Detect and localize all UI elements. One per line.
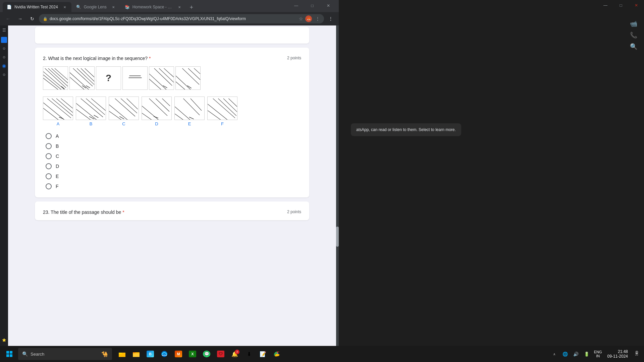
- tab-close-lens[interactable]: ✕: [111, 4, 116, 10]
- refresh-button[interactable]: ↻: [27, 13, 38, 24]
- maximize-button[interactable]: □: [305, 1, 320, 11]
- nav-bar: ← → ↻ 🔒 docs.google.com/forms/d/e/1FAIpQ…: [0, 12, 339, 25]
- right-maximize[interactable]: □: [613, 0, 629, 11]
- tray-icon-volume[interactable]: 🔊: [571, 347, 581, 361]
- radio-option-E[interactable]: E: [46, 173, 301, 179]
- radio-option-A[interactable]: A: [46, 133, 301, 139]
- radio-circle-D: [46, 163, 52, 169]
- taskbar-whatsapp[interactable]: 💬: [200, 347, 213, 361]
- tab-studyx[interactable]: 📚 Homework Space - StudyX ✕: [121, 2, 186, 12]
- right-video-icon[interactable]: 📹: [630, 20, 637, 27]
- address-bar[interactable]: 🔒 docs.google.com/forms/d/e/1FAIpQLSc-zF…: [39, 14, 324, 23]
- bookmark-icon[interactable]: ☆: [299, 16, 303, 21]
- sidebar-icon-bottom1[interactable]: ⭐: [1, 337, 7, 343]
- scrollbar-thumb[interactable]: [336, 227, 339, 247]
- browser-window: 📄 Nvidia Written Test 2024 ✕ 🔍 Google Le…: [0, 0, 339, 362]
- svg-line-38: [86, 99, 105, 115]
- svg-line-3: [55, 68, 68, 80]
- svg-line-33: [61, 99, 73, 108]
- taskbar-chrome[interactable]: [270, 347, 284, 361]
- svg-line-58: [175, 107, 192, 120]
- taskbar-notification[interactable]: 🔔 3: [228, 347, 241, 361]
- right-close[interactable]: ✕: [629, 0, 644, 11]
- taskbar-bing[interactable]: B: [144, 347, 157, 361]
- next-question-body: The title of the passage should be: [51, 209, 121, 215]
- taskbar-edge[interactable]: [158, 347, 171, 361]
- svg-line-52: [162, 99, 170, 106]
- start-button[interactable]: [3, 347, 16, 361]
- svg-line-7: [61, 86, 65, 89]
- right-minimize[interactable]: —: [598, 0, 613, 11]
- answer-svg-D: [142, 97, 171, 120]
- points-badge: 2 points: [287, 56, 301, 60]
- right-phone-icon[interactable]: 📞: [630, 32, 637, 39]
- taskbar-office[interactable]: M: [172, 347, 185, 361]
- mcafee-icon: 🛡: [217, 351, 224, 357]
- answer-label-A: A: [57, 121, 60, 126]
- forward-button[interactable]: →: [15, 13, 25, 24]
- svg-line-47: [109, 105, 129, 120]
- taskbar-app-green[interactable]: X: [186, 347, 199, 361]
- svg-line-57: [191, 99, 202, 111]
- svg-line-66: [208, 111, 223, 120]
- taskbar-clock[interactable]: 21:48 09-11-2024: [605, 349, 631, 359]
- radio-option-F[interactable]: F: [46, 183, 301, 189]
- close-button[interactable]: ✕: [321, 1, 336, 11]
- radio-label-A: A: [56, 133, 59, 139]
- notification-text: atsApp, can read or listen to them. Sele…: [356, 127, 456, 132]
- sidebar-icon-2[interactable]: [1, 37, 7, 43]
- taskbar-download[interactable]: ⬇: [242, 347, 256, 361]
- tab-close-nvidia[interactable]: ✕: [62, 4, 67, 10]
- radio-group: A B C D: [43, 133, 301, 189]
- taskbar-file-explorer[interactable]: [115, 347, 129, 361]
- notification-badge-container: 🔔 3: [231, 351, 238, 357]
- svg-line-8: [73, 68, 93, 86]
- language-indicator[interactable]: ENG IN: [593, 350, 603, 358]
- svg-line-23: [163, 85, 167, 88]
- right-search-icon[interactable]: 🔍: [630, 43, 637, 50]
- radio-label-D: D: [56, 164, 59, 169]
- sidebar-icon-6[interactable]: ⊙: [1, 71, 7, 78]
- back-button[interactable]: ←: [3, 13, 13, 24]
- radio-option-B[interactable]: B: [46, 143, 301, 149]
- clock-date: 09-11-2024: [607, 354, 628, 359]
- svg-line-9: [77, 68, 94, 85]
- radio-circle-E: [46, 173, 52, 179]
- right-panel: — □ ✕ atsApp, can read or listen to them…: [339, 0, 644, 346]
- taskbar-folder[interactable]: [129, 347, 143, 361]
- taskbar-search-bar[interactable]: 🔍 Search 🐪: [18, 348, 112, 360]
- tab-close-studyx[interactable]: ✕: [177, 4, 182, 10]
- sequence-box-question: ?: [96, 66, 121, 90]
- svg-line-62: [218, 99, 236, 116]
- radio-option-D[interactable]: D: [46, 163, 301, 169]
- minimize-button[interactable]: —: [288, 1, 304, 11]
- tab-google-lens[interactable]: 🔍 Google Lens ✕: [72, 2, 120, 12]
- scrollbar[interactable]: [336, 25, 339, 362]
- sequence-box-5: [149, 66, 174, 90]
- svg-line-21: [149, 74, 166, 89]
- radio-circle-A: [46, 133, 52, 139]
- tray-icon-1[interactable]: 🌐: [560, 347, 570, 361]
- system-tray-expand[interactable]: ∧: [550, 347, 559, 361]
- sidebar-icon-4[interactable]: ⊙: [1, 54, 7, 60]
- microphone-icon[interactable]: 🎙: [632, 346, 641, 359]
- browser-menu-icon[interactable]: ⋮: [325, 13, 336, 24]
- sequence-svg-6: [176, 67, 200, 89]
- extension-icon[interactable]: 🦊: [305, 15, 312, 22]
- tab-nvidia[interactable]: 📄 Nvidia Written Test 2024 ✕: [3, 2, 71, 12]
- radio-option-C[interactable]: C: [46, 153, 301, 159]
- sidebar-icon-5[interactable]: ◉: [1, 62, 7, 69]
- download-icon: ⬇: [247, 351, 251, 357]
- chrome-icon: [273, 350, 281, 358]
- tray-icon-battery[interactable]: 🔋: [582, 347, 591, 361]
- answer-box-F: [207, 97, 237, 120]
- answer-label-C: C: [122, 121, 125, 126]
- address-menu-icon[interactable]: ⋮: [315, 16, 320, 21]
- taskbar-mcafee[interactable]: 🛡: [214, 347, 227, 361]
- windows-logo-icon: [6, 351, 13, 357]
- new-tab-button[interactable]: +: [187, 3, 196, 12]
- taskbar-notepad[interactable]: 📝: [256, 347, 270, 361]
- sidebar-icon-3[interactable]: ⊙: [1, 45, 7, 52]
- notepad-icon: 📝: [260, 351, 266, 357]
- sidebar-icon-1[interactable]: ☰: [1, 27, 7, 34]
